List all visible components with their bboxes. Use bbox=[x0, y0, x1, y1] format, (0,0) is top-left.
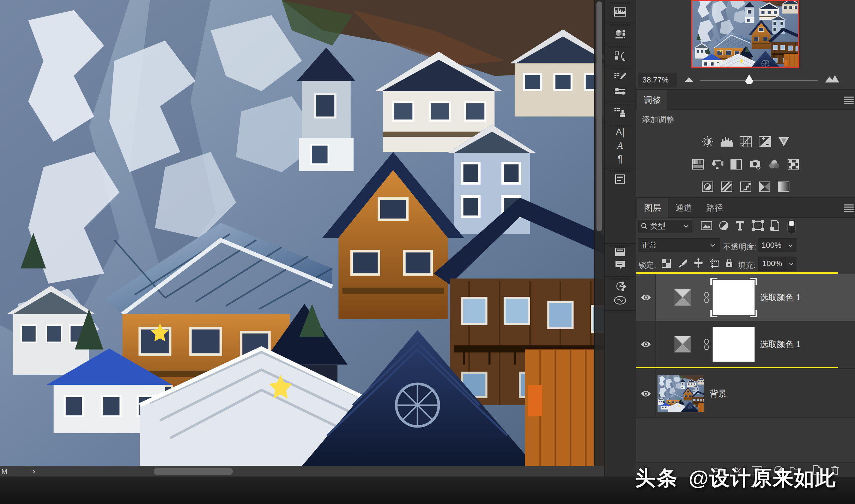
tab-layers[interactable]: 图层 bbox=[637, 198, 668, 218]
channel-mixer-icon[interactable] bbox=[767, 158, 781, 171]
shape-filter-icon[interactable] bbox=[752, 220, 764, 231]
smart-object-filter-icon[interactable] bbox=[770, 220, 780, 231]
panel-grip[interactable] bbox=[610, 46, 630, 48]
layers-panel-menu-icon[interactable] bbox=[844, 204, 854, 211]
threshold-icon[interactable] bbox=[739, 180, 753, 193]
panel-grip[interactable] bbox=[610, 245, 630, 247]
layer-name[interactable]: 背景 bbox=[710, 388, 727, 399]
vibrance-icon[interactable] bbox=[777, 135, 791, 148]
layer-mask-thumbnail[interactable] bbox=[712, 280, 755, 315]
color-lookup-icon[interactable] bbox=[786, 158, 800, 171]
fill-field[interactable]: 100% bbox=[758, 257, 796, 271]
canvas-horizontal-scrollbar[interactable] bbox=[154, 468, 233, 475]
mask-selection-corner bbox=[750, 310, 757, 317]
brushes-panel-icon[interactable] bbox=[614, 87, 626, 96]
lock-position-icon[interactable] bbox=[693, 258, 703, 268]
zoom-slider-track[interactable] bbox=[700, 80, 818, 81]
background-layer-thumbnail[interactable] bbox=[657, 375, 704, 412]
panel-grip[interactable] bbox=[610, 278, 630, 280]
mask-link-icon[interactable] bbox=[703, 338, 710, 350]
curves-icon[interactable] bbox=[739, 135, 753, 148]
panel-grip[interactable] bbox=[610, 170, 630, 172]
selective-color-icon[interactable] bbox=[777, 180, 791, 193]
layer-mask-thumbnail[interactable] bbox=[712, 327, 755, 362]
layer-name[interactable]: 选取颜色 1 bbox=[760, 339, 801, 350]
tab-channels[interactable]: 通道 bbox=[668, 198, 699, 218]
navigator-proxy-view[interactable] bbox=[691, 0, 799, 68]
lock-transparent-icon[interactable] bbox=[662, 259, 671, 268]
navigator-panel: 38.77% bbox=[636, 0, 855, 89]
panel-grip[interactable] bbox=[610, 125, 630, 127]
tab-paths[interactable]: 路径 bbox=[699, 198, 730, 218]
panel-grip[interactable] bbox=[610, 24, 630, 26]
hue-saturation-icon[interactable] bbox=[691, 158, 705, 171]
zoom-slider-thumb[interactable] bbox=[745, 74, 753, 85]
panel-grip[interactable] bbox=[610, 2, 630, 4]
glyphs-panel-icon[interactable]: A bbox=[617, 140, 623, 151]
photo-filter-icon[interactable] bbox=[748, 158, 762, 171]
selective-color-layer-thumbnail[interactable] bbox=[674, 336, 691, 352]
filter-toggle[interactable] bbox=[787, 219, 796, 234]
layer-filter-type-dropdown[interactable]: 类型 bbox=[638, 219, 692, 233]
zoom-value-field[interactable]: 38.77% bbox=[638, 73, 677, 87]
lock-all-icon[interactable] bbox=[725, 258, 733, 268]
visibility-toggle[interactable] bbox=[636, 321, 656, 367]
color-balance-icon[interactable] bbox=[710, 158, 724, 171]
panel-grip[interactable] bbox=[610, 104, 630, 105]
libraries-panel-icon[interactable] bbox=[615, 247, 625, 257]
adjustment-icons-row1 bbox=[636, 135, 855, 148]
blend-mode-dropdown[interactable]: 正常 bbox=[638, 238, 720, 252]
layer-row-selective-color-2[interactable]: 选取颜色 1 bbox=[636, 321, 855, 367]
paragraph-panel-icon[interactable]: ¶ bbox=[618, 154, 623, 165]
chevron-down-icon bbox=[789, 262, 794, 265]
levels-icon[interactable] bbox=[720, 135, 734, 148]
eye-icon bbox=[641, 390, 651, 397]
panel-grip[interactable] bbox=[610, 68, 630, 69]
layer-row-background[interactable]: 背景 bbox=[636, 370, 855, 417]
layer-row-selective-color-1[interactable]: 选取颜色 1 bbox=[636, 274, 855, 321]
posterize-icon[interactable] bbox=[720, 180, 734, 193]
brush-settings-panel-icon[interactable] bbox=[614, 72, 626, 82]
eye-icon bbox=[641, 294, 651, 301]
document-canvas[interactable] bbox=[0, 0, 604, 466]
navigator-thumbnail-image bbox=[692, 1, 798, 67]
canvas-vertical-scrollbar[interactable] bbox=[594, 0, 604, 466]
clone-source-panel-icon[interactable] bbox=[614, 107, 626, 118]
tab-adjustments[interactable]: 调整 bbox=[637, 90, 667, 110]
status-expand-chevron[interactable]: › bbox=[32, 466, 35, 476]
threed-panel-icon[interactable] bbox=[614, 29, 626, 39]
lock-artboard-icon[interactable] bbox=[710, 259, 720, 268]
invert-icon[interactable] bbox=[701, 180, 715, 193]
background-thumbnail-image bbox=[658, 375, 704, 412]
chevron-down-icon bbox=[710, 244, 716, 247]
layer-name[interactable]: 选取颜色 1 bbox=[760, 292, 801, 303]
lock-paint-icon[interactable] bbox=[678, 259, 687, 268]
histogram-panel-icon[interactable] bbox=[614, 7, 626, 17]
visibility-toggle[interactable] bbox=[636, 370, 656, 417]
watermark-brand: 头条 bbox=[635, 466, 679, 489]
filter-type-label: 类型 bbox=[650, 221, 666, 232]
properties-panel-icon[interactable] bbox=[615, 174, 625, 184]
adjustment-filter-icon[interactable] bbox=[718, 220, 729, 231]
exposure-icon[interactable] bbox=[758, 135, 772, 148]
fill-value: 100% bbox=[759, 259, 786, 268]
status-divider bbox=[42, 466, 42, 477]
mask-link-icon[interactable] bbox=[703, 291, 710, 303]
share-panel-icon[interactable] bbox=[614, 281, 626, 291]
black-white-icon[interactable] bbox=[729, 158, 743, 171]
adjustments-panel-menu-icon[interactable] bbox=[844, 97, 854, 104]
history-panel-icon[interactable] bbox=[614, 51, 626, 62]
zoom-in-mountains-icon[interactable] bbox=[825, 74, 839, 83]
vertical-scrollbar-thumb[interactable] bbox=[596, 1, 602, 231]
gradient-map-icon[interactable] bbox=[758, 180, 772, 193]
opacity-field[interactable]: 100% bbox=[758, 238, 796, 252]
pixel-filter-icon[interactable] bbox=[701, 220, 712, 231]
selective-color-layer-thumbnail[interactable] bbox=[674, 289, 691, 306]
character-panel-icon[interactable]: A| bbox=[616, 127, 624, 138]
zoom-out-mountain-icon[interactable] bbox=[684, 76, 693, 82]
type-filter-icon[interactable] bbox=[735, 220, 745, 231]
brightness-contrast-icon[interactable] bbox=[701, 135, 715, 148]
creative-cloud-icon[interactable] bbox=[614, 296, 626, 305]
visibility-toggle[interactable] bbox=[636, 274, 656, 321]
notes-panel-icon[interactable] bbox=[615, 260, 625, 270]
